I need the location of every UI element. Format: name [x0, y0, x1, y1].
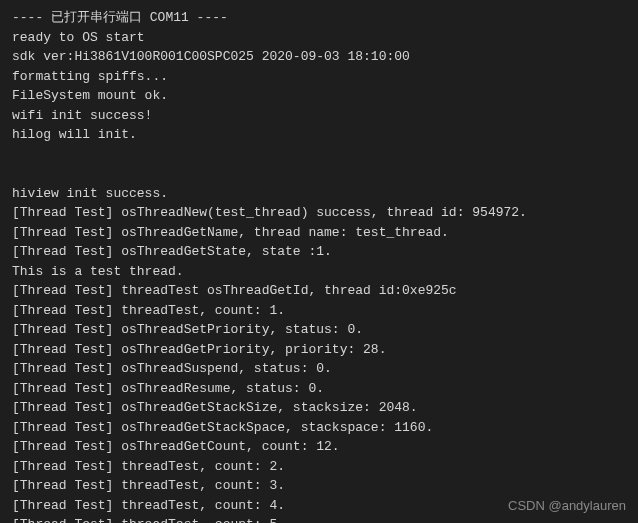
terminal-line: [Thread Test] osThreadGetStackSpace, sta…	[12, 418, 626, 438]
terminal-line: [Thread Test] osThreadGetCount, count: 1…	[12, 437, 626, 457]
terminal-line: [Thread Test] threadTest, count: 3.	[12, 476, 626, 496]
terminal-output[interactable]: ---- 已打开串行端口 COM11 ----ready to OS start…	[12, 8, 626, 523]
terminal-line: [Thread Test] osThreadNew(test_thread) s…	[12, 203, 626, 223]
terminal-line: [Thread Test] threadTest, count: 1.	[12, 301, 626, 321]
terminal-line: FileSystem mount ok.	[12, 86, 626, 106]
terminal-line: hiview init success.	[12, 184, 626, 204]
terminal-line: [Thread Test] osThreadGetStackSize, stac…	[12, 398, 626, 418]
terminal-line: ---- 已打开串行端口 COM11 ----	[12, 8, 626, 28]
terminal-line: [Thread Test] osThreadGetName, thread na…	[12, 223, 626, 243]
terminal-line: [Thread Test] osThreadGetPriority, prior…	[12, 340, 626, 360]
blank-line	[12, 145, 626, 165]
terminal-line: This is a test thread.	[12, 262, 626, 282]
terminal-line: sdk ver:Hi3861V100R001C00SPC025 2020-09-…	[12, 47, 626, 67]
watermark: CSDN @andylauren	[508, 496, 626, 516]
terminal-line: [Thread Test] osThreadSetPriority, statu…	[12, 320, 626, 340]
blank-line	[12, 164, 626, 184]
terminal-line: [Thread Test] osThreadResume, status: 0.	[12, 379, 626, 399]
terminal-line: [Thread Test] osThreadGetState, state :1…	[12, 242, 626, 262]
terminal-line: formatting spiffs...	[12, 67, 626, 87]
terminal-line: wifi init success!	[12, 106, 626, 126]
terminal-line: ready to OS start	[12, 28, 626, 48]
terminal-line: [Thread Test] osThreadSuspend, status: 0…	[12, 359, 626, 379]
terminal-line: [Thread Test] threadTest, count: 5.	[12, 515, 626, 523]
terminal-line: [Thread Test] threadTest, count: 2.	[12, 457, 626, 477]
terminal-line: hilog will init.	[12, 125, 626, 145]
terminal-line: [Thread Test] threadTest osThreadGetId, …	[12, 281, 626, 301]
